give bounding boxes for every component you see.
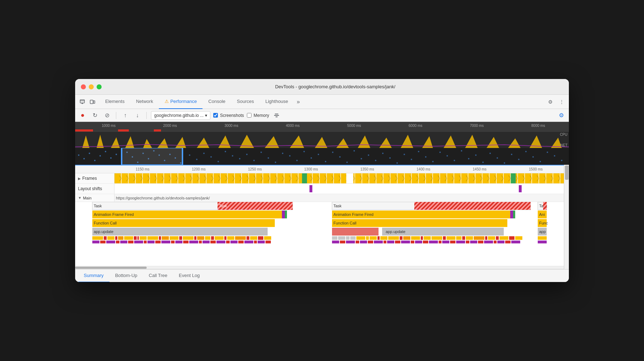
warning-icon: ⚠ <box>165 99 169 104</box>
layout-shifts-content[interactable] <box>114 184 564 194</box>
upload-button[interactable]: ↑ <box>121 111 130 120</box>
tab-summary[interactable]: Summary <box>78 269 109 282</box>
svg-point-48 <box>303 151 305 152</box>
svg-rect-125 <box>215 236 224 240</box>
svg-rect-137 <box>120 241 127 243</box>
screenshots-checkbox[interactable] <box>213 113 218 118</box>
title-bar: DevTools - googlechrome.github.io/devtoo… <box>75 79 569 95</box>
memory-checkbox-label[interactable]: Memory <box>247 113 269 118</box>
long-task-3 <box>154 129 161 132</box>
svg-point-16 <box>116 154 117 155</box>
performance-settings-button[interactable]: ⚙ <box>557 111 566 120</box>
svg-point-77 <box>511 154 512 155</box>
svg-point-59 <box>382 153 384 154</box>
frames-content[interactable] <box>114 173 564 183</box>
cleanup-button[interactable] <box>272 111 281 120</box>
svg-point-81 <box>540 161 541 162</box>
devtools-window: DevTools - googlechrome.github.io/devtoo… <box>75 79 569 282</box>
v-scrollbar[interactable] <box>564 165 569 269</box>
minimize-button[interactable] <box>89 84 94 89</box>
svg-rect-217 <box>456 241 465 243</box>
url-selector[interactable]: googlechrome.github.io ... ▾ <box>151 111 210 120</box>
tab-elements[interactable]: Elements <box>99 95 130 109</box>
svg-rect-106 <box>92 236 103 240</box>
svg-rect-222 <box>494 241 497 243</box>
svg-point-65 <box>425 156 426 158</box>
svg-text:Function Call: Function Call <box>333 221 356 225</box>
svg-rect-5 <box>274 115 279 116</box>
svg-rect-221 <box>484 241 493 243</box>
long-task-2 <box>118 129 129 132</box>
tab-event-log[interactable]: Event Log <box>173 269 206 282</box>
settings-button[interactable]: ⚙ <box>546 98 555 106</box>
devtools-icons <box>78 98 97 106</box>
svg-rect-188 <box>447 236 455 240</box>
svg-rect-145 <box>175 241 182 243</box>
bottom-tabs: Summary Bottom-Up Call Tree Event Log <box>75 269 569 282</box>
device-icon[interactable] <box>88 98 97 106</box>
svg-text:Task: Task <box>333 204 342 208</box>
tabs-more[interactable]: » <box>294 95 303 109</box>
h-scrollbar-thumb[interactable] <box>75 267 147 269</box>
tab-sources[interactable]: Sources <box>231 95 260 109</box>
devtools-tab-bar: Elements Network ⚠ Performance Console S… <box>75 95 569 109</box>
main-label: Main <box>83 196 92 200</box>
svg-point-66 <box>432 161 434 162</box>
main-timeline-container: 1150 ms 1200 ms 1250 ms 1300 ms 1350 ms … <box>75 165 569 269</box>
network-dots <box>75 148 569 165</box>
tick-1500: 1500 ms <box>508 167 564 171</box>
svg-point-37 <box>225 151 226 152</box>
time-ruler: 1150 ms 1200 ms 1250 ms 1300 ms 1350 ms … <box>75 165 564 173</box>
reload-button[interactable]: ↻ <box>90 111 99 120</box>
svg-point-68 <box>447 155 448 157</box>
svg-rect-165 <box>513 211 515 218</box>
v-scrollbar-thumb[interactable] <box>565 165 569 180</box>
svg-text:Function Call: Function Call <box>94 221 117 225</box>
frames-svg <box>114 173 564 183</box>
svg-rect-107 <box>104 236 107 240</box>
tab-lighthouse[interactable]: Lighthouse <box>260 95 294 109</box>
flame-chart[interactable]: Task Task Animation Frame Fired <box>75 202 564 266</box>
svg-rect-197 <box>509 236 514 240</box>
svg-text:Task: Task <box>219 204 227 208</box>
tab-console[interactable]: Console <box>203 95 231 109</box>
svg-rect-152 <box>226 241 230 243</box>
svg-rect-190 <box>462 236 465 240</box>
svg-rect-126 <box>224 236 226 240</box>
svg-point-75 <box>497 157 498 159</box>
more-button[interactable]: ⋮ <box>557 98 566 106</box>
svg-text:app.update: app.update <box>94 229 113 234</box>
main-thread-arrow[interactable]: ▼ <box>78 196 82 200</box>
svg-rect-111 <box>124 236 133 240</box>
inspect-icon[interactable] <box>78 98 87 106</box>
screenshots-checkbox-label[interactable]: Screenshots <box>213 113 244 118</box>
tab-bottom-up[interactable]: Bottom-Up <box>109 269 143 282</box>
svg-point-13 <box>99 155 101 157</box>
svg-point-46 <box>289 155 291 157</box>
svg-rect-209 <box>401 241 410 243</box>
timeline-overview[interactable]: 1000 ms 2000 ms 3000 ms 4000 ms 5000 ms … <box>75 122 569 165</box>
svg-rect-118 <box>170 236 179 240</box>
svg-rect-224 <box>505 241 511 243</box>
svg-rect-116 <box>159 236 161 240</box>
svg-point-43 <box>268 157 269 159</box>
svg-rect-124 <box>211 236 214 240</box>
memory-checkbox[interactable] <box>247 113 252 118</box>
tab-performance[interactable]: ⚠ Performance <box>159 95 203 109</box>
svg-rect-7 <box>275 117 278 117</box>
tab-call-tree[interactable]: Call Tree <box>143 269 173 282</box>
maximize-button[interactable] <box>97 84 102 89</box>
close-button[interactable] <box>81 84 86 89</box>
frames-arrow[interactable]: ▶ <box>78 177 81 180</box>
svg-rect-168 <box>332 228 379 236</box>
clear-button[interactable]: ⊘ <box>102 111 112 120</box>
record-button[interactable]: ● <box>78 111 87 120</box>
tab-network[interactable]: Network <box>130 95 159 109</box>
h-scrollbar[interactable] <box>75 266 564 269</box>
svg-rect-102 <box>92 219 275 227</box>
svg-point-38 <box>232 155 233 157</box>
svg-rect-193 <box>485 236 487 240</box>
svg-rect-212 <box>423 241 428 243</box>
overview-tick-2000: 2000 ms <box>140 124 201 128</box>
download-button[interactable]: ↓ <box>133 111 142 120</box>
